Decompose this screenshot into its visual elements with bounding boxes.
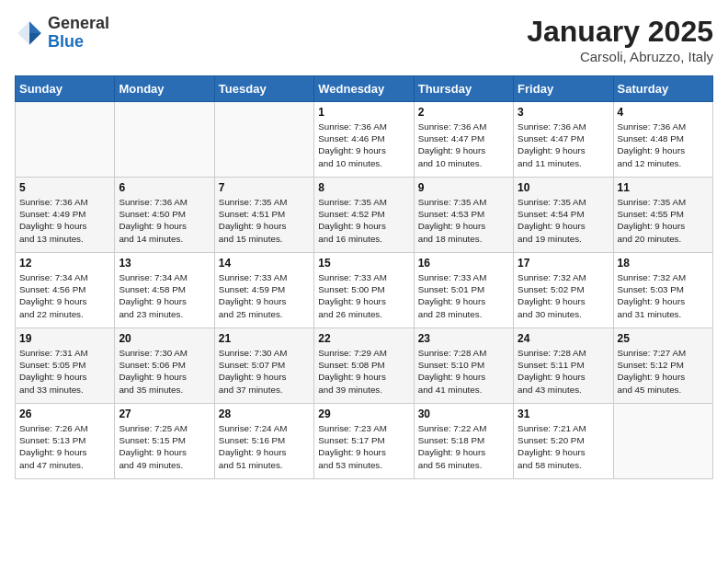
day-cell: 19Sunrise: 7:31 AMSunset: 5:05 PMDayligh… — [16, 328, 115, 404]
day-info: Sunrise: 7:34 AMSunset: 4:56 PMDaylight:… — [19, 271, 110, 320]
day-info: Sunrise: 7:36 AMSunset: 4:47 PMDaylight:… — [418, 121, 509, 169]
day-cell: 7Sunrise: 7:35 AMSunset: 4:51 PMDaylight… — [214, 178, 313, 253]
day-number: 10 — [518, 181, 609, 194]
day-info: Sunrise: 7:35 AMSunset: 4:52 PMDaylight:… — [318, 196, 409, 245]
day-cell: 2Sunrise: 7:36 AMSunset: 4:47 PMDaylight… — [414, 102, 513, 178]
day-cell: 22Sunrise: 7:29 AMSunset: 5:08 PMDayligh… — [314, 328, 414, 404]
day-number: 5 — [19, 181, 110, 194]
day-cell: 28Sunrise: 7:24 AMSunset: 5:16 PMDayligh… — [214, 404, 313, 479]
day-cell: 31Sunrise: 7:21 AMSunset: 5:20 PMDayligh… — [514, 404, 613, 479]
logo: General Blue — [15, 15, 109, 52]
day-number: 3 — [518, 106, 609, 119]
day-number: 13 — [119, 257, 210, 270]
day-cell: 10Sunrise: 7:35 AMSunset: 4:54 PMDayligh… — [514, 178, 613, 253]
day-info: Sunrise: 7:25 AMSunset: 5:15 PMDaylight:… — [119, 422, 210, 471]
day-info: Sunrise: 7:32 AMSunset: 5:03 PMDaylight:… — [618, 271, 709, 320]
day-info: Sunrise: 7:24 AMSunset: 5:16 PMDaylight:… — [219, 422, 310, 471]
header-cell-monday: Monday — [115, 76, 214, 102]
day-info: Sunrise: 7:28 AMSunset: 5:10 PMDaylight:… — [418, 347, 509, 396]
day-number: 27 — [119, 408, 210, 420]
day-number: 4 — [618, 106, 709, 119]
day-info: Sunrise: 7:35 AMSunset: 4:53 PMDaylight:… — [418, 196, 509, 245]
day-cell — [115, 102, 214, 178]
day-info: Sunrise: 7:36 AMSunset: 4:46 PMDaylight:… — [318, 121, 409, 169]
day-info: Sunrise: 7:35 AMSunset: 4:54 PMDaylight:… — [518, 196, 609, 245]
day-info: Sunrise: 7:36 AMSunset: 4:48 PMDaylight:… — [618, 121, 709, 169]
day-cell: 3Sunrise: 7:36 AMSunset: 4:47 PMDaylight… — [514, 102, 613, 178]
day-number: 21 — [219, 332, 310, 345]
page-header: General Blue January 2025 Carsoli, Abruz… — [15, 15, 713, 64]
day-info: Sunrise: 7:32 AMSunset: 5:02 PMDaylight:… — [518, 271, 609, 320]
day-cell: 21Sunrise: 7:30 AMSunset: 5:07 PMDayligh… — [214, 328, 313, 404]
svg-marker-2 — [29, 33, 41, 45]
header-cell-saturday: Saturday — [613, 76, 712, 102]
header-cell-sunday: Sunday — [16, 76, 115, 102]
day-info: Sunrise: 7:36 AMSunset: 4:50 PMDaylight:… — [119, 196, 210, 245]
day-number: 17 — [518, 257, 609, 270]
day-cell: 30Sunrise: 7:22 AMSunset: 5:18 PMDayligh… — [414, 404, 513, 479]
day-number: 22 — [318, 332, 409, 345]
day-number: 19 — [19, 332, 110, 345]
day-number: 12 — [19, 257, 110, 270]
day-info: Sunrise: 7:29 AMSunset: 5:08 PMDaylight:… — [318, 347, 409, 396]
day-number: 28 — [219, 408, 310, 420]
day-cell: 18Sunrise: 7:32 AMSunset: 5:03 PMDayligh… — [613, 253, 712, 328]
day-number: 24 — [518, 332, 609, 345]
day-info: Sunrise: 7:27 AMSunset: 5:12 PMDaylight:… — [618, 347, 709, 396]
day-number: 26 — [19, 408, 110, 420]
day-number: 8 — [318, 181, 409, 194]
logo-text: General Blue — [48, 15, 109, 52]
day-info: Sunrise: 7:21 AMSunset: 5:20 PMDaylight:… — [518, 422, 609, 471]
calendar-header: SundayMondayTuesdayWednesdayThursdayFrid… — [16, 76, 713, 102]
day-number: 6 — [119, 181, 210, 194]
day-cell: 6Sunrise: 7:36 AMSunset: 4:50 PMDaylight… — [115, 178, 214, 253]
logo-blue: Blue — [48, 32, 84, 51]
week-row-3: 12Sunrise: 7:34 AMSunset: 4:56 PMDayligh… — [16, 253, 713, 328]
calendar-body: 1Sunrise: 7:36 AMSunset: 4:46 PMDaylight… — [16, 102, 713, 479]
day-cell: 5Sunrise: 7:36 AMSunset: 4:49 PMDaylight… — [16, 178, 115, 253]
day-info: Sunrise: 7:35 AMSunset: 4:55 PMDaylight:… — [618, 196, 709, 245]
day-number: 29 — [318, 408, 409, 420]
day-cell: 29Sunrise: 7:23 AMSunset: 5:17 PMDayligh… — [314, 404, 414, 479]
day-number: 30 — [418, 408, 509, 420]
day-info: Sunrise: 7:31 AMSunset: 5:05 PMDaylight:… — [19, 347, 110, 396]
day-info: Sunrise: 7:35 AMSunset: 4:51 PMDaylight:… — [219, 196, 310, 245]
day-cell — [613, 404, 712, 479]
day-number: 25 — [618, 332, 709, 345]
day-cell: 11Sunrise: 7:35 AMSunset: 4:55 PMDayligh… — [613, 178, 712, 253]
day-number: 2 — [418, 106, 509, 119]
calendar-subtitle: Carsoli, Abruzzo, Italy — [527, 49, 713, 64]
header-row: SundayMondayTuesdayWednesdayThursdayFrid… — [16, 76, 713, 102]
day-number: 31 — [518, 408, 609, 420]
day-cell — [16, 102, 115, 178]
week-row-4: 19Sunrise: 7:31 AMSunset: 5:05 PMDayligh… — [16, 328, 713, 404]
day-cell: 8Sunrise: 7:35 AMSunset: 4:52 PMDaylight… — [314, 178, 414, 253]
day-cell: 12Sunrise: 7:34 AMSunset: 4:56 PMDayligh… — [16, 253, 115, 328]
day-cell: 14Sunrise: 7:33 AMSunset: 4:59 PMDayligh… — [214, 253, 313, 328]
day-cell: 27Sunrise: 7:25 AMSunset: 5:15 PMDayligh… — [115, 404, 214, 479]
header-cell-tuesday: Tuesday — [214, 76, 313, 102]
week-row-2: 5Sunrise: 7:36 AMSunset: 4:49 PMDaylight… — [16, 178, 713, 253]
day-number: 16 — [418, 257, 509, 270]
day-number: 9 — [418, 181, 509, 194]
day-info: Sunrise: 7:36 AMSunset: 4:47 PMDaylight:… — [518, 121, 609, 169]
day-info: Sunrise: 7:22 AMSunset: 5:18 PMDaylight:… — [418, 422, 509, 471]
day-info: Sunrise: 7:30 AMSunset: 5:06 PMDaylight:… — [119, 347, 210, 396]
day-info: Sunrise: 7:33 AMSunset: 4:59 PMDaylight:… — [219, 271, 310, 320]
day-info: Sunrise: 7:26 AMSunset: 5:13 PMDaylight:… — [19, 422, 110, 471]
day-info: Sunrise: 7:33 AMSunset: 5:01 PMDaylight:… — [418, 271, 509, 320]
day-info: Sunrise: 7:28 AMSunset: 5:11 PMDaylight:… — [518, 347, 609, 396]
week-row-1: 1Sunrise: 7:36 AMSunset: 4:46 PMDaylight… — [16, 102, 713, 178]
day-number: 18 — [618, 257, 709, 270]
day-cell: 26Sunrise: 7:26 AMSunset: 5:13 PMDayligh… — [16, 404, 115, 479]
svg-marker-1 — [29, 21, 41, 33]
header-cell-thursday: Thursday — [414, 76, 513, 102]
week-row-5: 26Sunrise: 7:26 AMSunset: 5:13 PMDayligh… — [16, 404, 713, 479]
day-cell: 25Sunrise: 7:27 AMSunset: 5:12 PMDayligh… — [613, 328, 712, 404]
title-block: January 2025 Carsoli, Abruzzo, Italy — [527, 15, 713, 64]
day-cell: 15Sunrise: 7:33 AMSunset: 5:00 PMDayligh… — [314, 253, 414, 328]
logo-general: General — [48, 14, 109, 32]
day-number: 14 — [219, 257, 310, 270]
day-number: 20 — [119, 332, 210, 345]
day-info: Sunrise: 7:36 AMSunset: 4:49 PMDaylight:… — [19, 196, 110, 245]
